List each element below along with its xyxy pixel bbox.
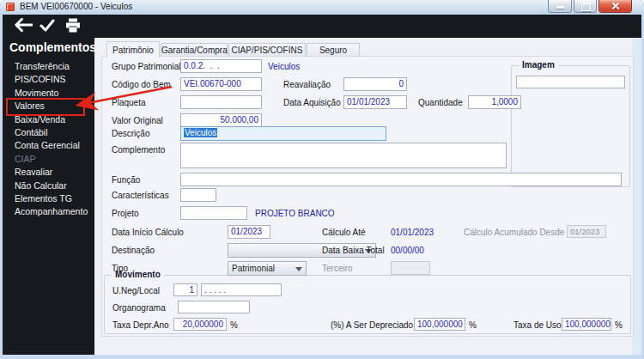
funcao-label: Função bbox=[112, 175, 140, 185]
data-baixa-total-label: Data Baixa Total bbox=[322, 246, 385, 255]
taxa-depr-ano-label: Taxa Depr.Ano bbox=[112, 320, 169, 330]
minimize-icon bbox=[556, 6, 564, 9]
descricao-selected-text: Veiculos bbox=[184, 128, 217, 137]
sidebar-title: Complementos bbox=[9, 40, 96, 54]
codigo-bem-field[interactable]: VEI.00670-000 bbox=[180, 77, 262, 91]
quantidade-field[interactable]: 1,0000 bbox=[468, 95, 521, 109]
calculo-acumulado-desde-label: Cálculo Acumulado Desde bbox=[464, 228, 564, 237]
data-aquisicao-label: Data Aquisição bbox=[283, 98, 341, 107]
calculo-ate-value: 01/01/2023 bbox=[391, 228, 434, 237]
uneg-local-label: U.Neg/Local bbox=[112, 286, 160, 295]
toolbar bbox=[3, 15, 641, 38]
reavaliacao-label: Reavaliação bbox=[283, 80, 331, 89]
uneg-local-field-2[interactable]: . . . . . bbox=[201, 283, 282, 296]
app-window: BEM VEI00670000 - Veiculos Complementos … bbox=[0, 0, 644, 359]
valor-original-field[interactable]: 50.000,00 bbox=[180, 113, 262, 127]
uneg-local-field-1[interactable]: 1 bbox=[173, 283, 197, 296]
complemento-field[interactable] bbox=[180, 143, 507, 168]
tipo-dropdown[interactable]: Patrimonial bbox=[228, 261, 307, 276]
reavaliacao-field[interactable]: 0 bbox=[343, 77, 407, 91]
window-title: BEM VEI00670000 - Veiculos bbox=[20, 2, 132, 11]
sidebar-item-valores[interactable]: Valores bbox=[9, 100, 88, 113]
sidebar-item-pis-cofins[interactable]: PIS/COFINS bbox=[9, 73, 88, 86]
sidebar-item-nao-calcular[interactable]: Não Calcular bbox=[9, 180, 88, 192]
tab-ciap-pis-cofins[interactable]: CIAP/PIS/COFINS bbox=[228, 43, 306, 57]
sidebar-item-transferencia[interactable]: Transferência bbox=[9, 60, 88, 73]
quantidade-label: Quantidade bbox=[418, 98, 463, 107]
valor-original-label: Valor Original bbox=[112, 116, 163, 125]
close-button[interactable] bbox=[598, 0, 632, 13]
grupo-patrimonial-label: Grupo Patrimonial bbox=[112, 62, 181, 71]
tab-patrimonio[interactable]: Patrimônio bbox=[106, 41, 160, 58]
descricao-label: Descrição bbox=[112, 129, 149, 138]
terceiro-field bbox=[391, 261, 430, 275]
sidebar-menu: Transferência PIS/COFINS Movimento Valor… bbox=[9, 60, 88, 219]
taxa-de-uso-unit: % bbox=[615, 320, 623, 330]
imagem-field[interactable] bbox=[516, 76, 625, 88]
maximize-icon bbox=[581, 3, 591, 11]
organograma-field[interactable] bbox=[178, 301, 250, 313]
a-ser-depreciado-unit: % bbox=[469, 320, 477, 330]
print-button[interactable] bbox=[65, 18, 88, 36]
taxa-de-uso-label: Taxa de Uso bbox=[513, 320, 562, 330]
back-arrow-icon bbox=[11, 17, 33, 33]
data-inicio-calculo-label: Data Início Cálculo bbox=[112, 228, 184, 237]
sidebar-item-movimento[interactable]: Movimento bbox=[9, 87, 88, 100]
sidebar-item-elementos-tg[interactable]: Elementos TG bbox=[9, 192, 88, 205]
taxa-de-uso-field[interactable]: 100,000000 bbox=[562, 318, 611, 331]
projeto-description: PROJETO BRANCO bbox=[255, 209, 335, 218]
sidebar-item-conta-gerencial[interactable]: Conta Gerencial bbox=[9, 139, 88, 152]
grupo-patrimonial-description: Veiculos bbox=[268, 62, 300, 71]
confirm-button[interactable] bbox=[39, 19, 62, 37]
sidebar-item-acompanhamento[interactable]: Acompanhamento bbox=[9, 205, 88, 218]
sidebar-item-baixa-venda[interactable]: Baixa/Venda bbox=[9, 113, 88, 126]
window-border-bottom bbox=[0, 355, 644, 359]
projeto-label: Projeto bbox=[112, 209, 139, 218]
calculo-ate-label: Cálculo Até bbox=[322, 228, 366, 237]
complemento-label: Complemento bbox=[112, 145, 165, 155]
window-border-left bbox=[0, 15, 3, 359]
a-ser-depreciado-label: (%) A Ser Depreciado bbox=[331, 320, 413, 330]
caracteristicas-field[interactable] bbox=[180, 188, 216, 202]
chevron-down-icon bbox=[295, 267, 302, 271]
sidebar-item-reavaliar[interactable]: Reavaliar bbox=[9, 166, 88, 179]
calculo-acumulado-desde-field: 01/2023 bbox=[567, 225, 606, 238]
projeto-field[interactable] bbox=[180, 206, 247, 220]
tipo-value: Patrimonial bbox=[232, 264, 275, 273]
taxa-depr-ano-unit: % bbox=[230, 320, 238, 330]
minimize-button[interactable] bbox=[548, 0, 572, 13]
tab-garantia-compra[interactable]: Garantia/Compra bbox=[161, 43, 228, 57]
tipo-label: Tipo bbox=[112, 264, 128, 273]
codigo-bem-label: Código do Bem bbox=[112, 80, 171, 89]
organograma-label: Organograma bbox=[112, 303, 166, 313]
app-icon bbox=[6, 3, 15, 11]
grupo-patrimonial-field[interactable]: 0.0.2. . . bbox=[180, 59, 262, 73]
destinacao-label: Destinação bbox=[112, 246, 155, 255]
data-aquisicao-field[interactable]: 01/01/2023 bbox=[343, 95, 407, 109]
imagem-group-label: Imagem bbox=[519, 60, 558, 70]
data-inicio-calculo-field[interactable]: 01/2023 bbox=[228, 225, 270, 239]
sidebar-item-ciap: CIAP bbox=[9, 153, 88, 166]
maximize-button[interactable] bbox=[574, 0, 597, 13]
back-button[interactable] bbox=[11, 17, 33, 35]
tab-seguro[interactable]: Seguro bbox=[307, 43, 360, 57]
terceiro-label: Terceiro bbox=[322, 264, 353, 273]
plaqueta-label: Plaqueta bbox=[112, 98, 145, 107]
plaqueta-field[interactable] bbox=[180, 95, 262, 109]
sidebar-item-contabil[interactable]: Contábil bbox=[9, 126, 88, 139]
a-ser-depreciado-field[interactable]: 100,000000 bbox=[414, 318, 465, 331]
check-icon bbox=[39, 19, 55, 32]
descricao-field[interactable]: Veiculos bbox=[180, 126, 386, 141]
taxa-depr-ano-field[interactable]: 20,000000 bbox=[173, 318, 227, 331]
data-baixa-total-value: 00/00/00 bbox=[391, 246, 424, 255]
caracteristicas-label: Características bbox=[112, 191, 169, 200]
funcao-field[interactable] bbox=[180, 173, 622, 186]
printer-icon bbox=[65, 18, 81, 33]
